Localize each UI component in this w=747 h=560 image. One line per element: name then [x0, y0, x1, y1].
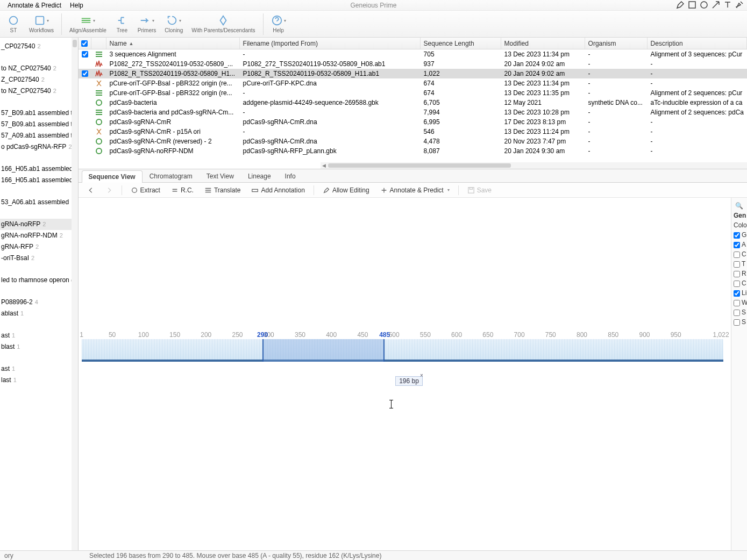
close-icon[interactable]: × — [420, 372, 423, 378]
zoom-icon[interactable]: 🔍 — [731, 201, 747, 211]
folder-item[interactable]: ablast1 — [0, 308, 78, 319]
tab-lineage[interactable]: Lineage — [241, 170, 278, 182]
workflows-label: Workflows — [29, 27, 54, 33]
tab-sequence-view[interactable]: Sequence View — [82, 170, 143, 183]
tab-text-view[interactable]: Text View — [200, 170, 241, 182]
nav-back-button[interactable] — [83, 185, 99, 195]
row-checkbox[interactable] — [79, 51, 91, 58]
folder-item[interactable]: gRNA-noRFP2 — [0, 219, 78, 230]
folder-item[interactable]: _CP0275402 — [0, 41, 78, 52]
menu-annotate-predict[interactable]: Annotate & Predict — [3, 1, 66, 10]
folder-item[interactable]: 57_B09.ab1 assembled to p — [0, 119, 78, 130]
table-row[interactable]: pdCas9-sgRNA-CmRpdCas9-sgRNA-CmR.dna6,99… — [79, 117, 747, 127]
folder-item[interactable]: ast1 — [0, 363, 78, 375]
folder-item[interactable]: 166_H05.ab1 assembled tc — [0, 163, 78, 175]
view-option[interactable]: S — [731, 307, 747, 317]
annotate-predict-button[interactable]: Annotate & Predict▾ — [376, 185, 454, 195]
folder-item[interactable]: ast1 — [0, 330, 78, 341]
view-option[interactable]: S — [731, 317, 747, 327]
folder-item[interactable]: gRNA-RFP2 — [0, 241, 78, 253]
st-button[interactable]: ST — [2, 13, 25, 34]
table-row[interactable]: pdCas9-bacteria and pdCas9-sgRNA-Cm...-7… — [79, 107, 747, 117]
folder-item[interactable]: to NZ_CP0275402 — [0, 63, 78, 74]
menu-help[interactable]: Help — [66, 1, 88, 10]
text-cursor — [391, 400, 392, 408]
sequence-view[interactable]: 1501001502002503003504004505005506006507… — [79, 198, 747, 560]
table-row[interactable]: pdCas9-sgRNA-noRFP-NDMpdCas9-sgRNA-RFP_p… — [79, 146, 747, 156]
table-row[interactable]: 3 sequences Alignment-70513 Dec 2023 11:… — [79, 49, 747, 59]
view-option[interactable]: T — [731, 259, 747, 269]
table-row[interactable]: P1082_272_TSS20240119-0532-05809_...P108… — [79, 59, 747, 69]
header-name[interactable]: Name▲ — [106, 38, 240, 49]
workflows-button[interactable]: ▾ Workflows — [25, 13, 58, 34]
table-row[interactable]: pCure-oriT-GFP-BsaI - pBR322 origin (re.… — [79, 78, 747, 88]
tab-chromatogram[interactable]: Chromatogram — [143, 170, 200, 182]
sequence-selection[interactable] — [262, 339, 385, 362]
pencil-icon[interactable] — [676, 1, 685, 11]
primers-button[interactable]: ▾ Primers — [133, 13, 160, 34]
row-modified: 13 Dec 2023 11:24 pm — [501, 128, 585, 135]
folder-item[interactable]: o pdCas9-sgRNA-RFP2 — [0, 141, 78, 153]
table-row[interactable]: pCure-oriT-GFP-BsaI - pBR322 origin (re.… — [79, 88, 747, 98]
folder-item[interactable]: 57_A09.ab1 assembled to p — [0, 130, 78, 141]
view-option[interactable]: C — [731, 278, 747, 288]
table-row[interactable]: pdCas9-bacteriaaddgene-plasmid-44249-seq… — [79, 98, 747, 107]
row-name: pdCas9-bacteria and pdCas9-sgRNA-Cm... — [106, 109, 240, 116]
ruler-tick: 650 — [482, 331, 493, 339]
table-row[interactable]: pdCas9-sgRNA-CmR (reversed) - 2pdCas9-sg… — [79, 137, 747, 146]
folder-item[interactable]: Z_CP0275402 — [0, 74, 78, 85]
folder-item[interactable]: last1 — [0, 375, 78, 386]
table-row[interactable]: pdCas9-sgRNA-CmR - p15A ori-54613 Dec 20… — [79, 127, 747, 137]
folder-item[interactable]: P088996-24 — [0, 297, 78, 308]
ruler-tick: 500 — [389, 331, 400, 339]
folder-tree[interactable]: _CP0275402to NZ_CP0275402Z_CP0275402to N… — [0, 38, 79, 560]
row-type-icon — [91, 80, 106, 87]
circle-icon[interactable] — [700, 1, 708, 11]
header-filename[interactable]: Filename (Imported From) — [240, 38, 421, 49]
left-scrollbar[interactable] — [72, 38, 78, 560]
add-annotation-button[interactable]: Add Annotation — [247, 185, 309, 195]
extract-button[interactable]: Extract — [126, 185, 165, 195]
header-length[interactable]: Sequence Length — [421, 38, 501, 49]
folder-item[interactable]: to NZ_CP0275402 — [0, 85, 78, 97]
view-option[interactable]: R — [731, 269, 747, 278]
arrow-icon[interactable] — [712, 1, 720, 11]
header-modified[interactable]: Modified — [501, 38, 585, 49]
header-description[interactable]: Description — [648, 38, 747, 49]
table-row[interactable]: P1082_R_TSS20240119-0532-05809_H1...P108… — [79, 69, 747, 78]
rc-button[interactable]: R.C. — [167, 185, 198, 195]
view-option[interactable]: Li — [731, 288, 747, 298]
folder-item[interactable]: blast1 — [0, 341, 78, 353]
view-option[interactable]: W — [731, 298, 747, 307]
tab-info[interactable]: Info — [278, 170, 303, 182]
view-option[interactable]: G — [731, 230, 747, 240]
square-icon[interactable] — [688, 1, 696, 11]
cloning-button[interactable]: ▾ Cloning — [160, 13, 187, 34]
folder-item[interactable]: led to rhamnose operon (re — [0, 275, 78, 286]
view-option[interactable]: C — [731, 249, 747, 259]
view-option[interactable]: A — [731, 240, 747, 249]
help-button[interactable]: ▾ Help — [267, 13, 290, 34]
tree-button[interactable]: Tree — [111, 13, 133, 34]
parents-descendants-button[interactable]: With Parents/Descendants — [187, 13, 259, 34]
highlight-icon[interactable] — [735, 1, 744, 11]
translate-button[interactable]: Translate — [200, 185, 245, 195]
main-pane: Name▲ Filename (Imported From) Sequence … — [79, 38, 747, 560]
allow-editing-button[interactable]: Allow Editing — [318, 185, 374, 195]
folder-item[interactable]: gRNA-noRFP-NDM2 — [0, 230, 78, 241]
selection-length-badge: 196 bp× — [395, 376, 423, 386]
align-assemble-button[interactable]: ▾ Align/Assemble — [65, 13, 111, 34]
row-length: 674 — [421, 80, 501, 87]
row-checkbox[interactable] — [79, 70, 91, 77]
folder-item[interactable]: 166_H05.ab1 assembled tc — [0, 175, 78, 186]
header-checkbox[interactable] — [79, 38, 91, 49]
table-hscrollbar[interactable]: ◀ — [321, 162, 747, 169]
svg-point-6 — [96, 119, 102, 125]
folder-item[interactable]: -oriT-BsaI2 — [0, 253, 78, 264]
text-icon[interactable] — [723, 1, 732, 11]
row-description: - — [648, 128, 747, 135]
header-organism[interactable]: Organism — [585, 38, 648, 49]
folder-item[interactable]: 57_B09.ab1 assembled to p — [0, 107, 78, 119]
sequence-track[interactable] — [82, 339, 723, 362]
folder-item[interactable]: 53_A06.ab1 assembled — [0, 197, 78, 208]
